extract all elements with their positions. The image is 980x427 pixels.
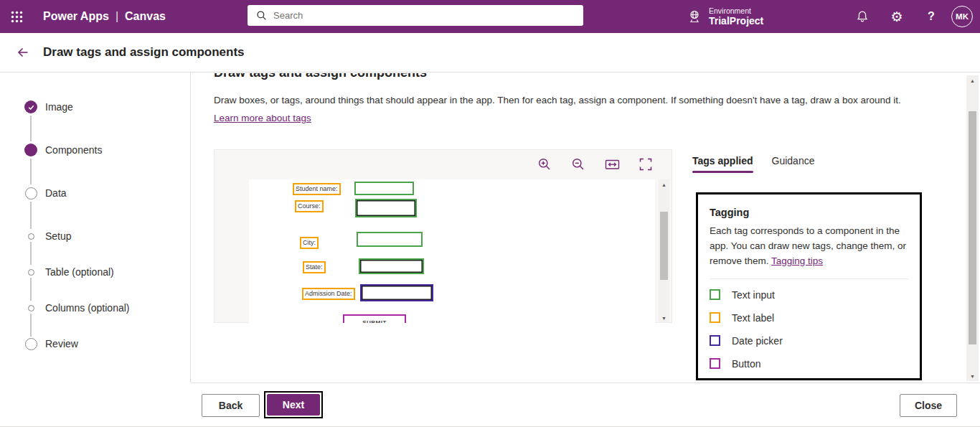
legend-item-date-picker: Date picker [710,329,908,352]
tab-tags-applied[interactable]: Tags applied [692,155,753,173]
step-complete-dot [24,100,37,113]
page-title: Draw tags and assign components [43,45,245,60]
text-input-tag[interactable] [354,182,414,195]
back-arrow-icon [16,45,30,60]
title-separator: | [109,10,125,22]
panel-divider [710,278,908,279]
step-upcoming-dot [25,187,37,200]
date-picker-tag[interactable] [360,284,433,301]
footer-divider [191,383,980,383]
scroll-down-icon[interactable]: ▼ [966,371,979,381]
environment-label: Environment [709,6,763,15]
wizard-footer: Back Next Close [0,383,980,426]
text-input-tag[interactable] [355,199,417,217]
button-tag[interactable]: SUBMIT [343,314,406,323]
power-apps-window: Power Apps|Canvas Environment TrialProje… [0,0,980,427]
sidebar-step-columns[interactable]: Columns (optional) [24,301,130,314]
next-button[interactable]: Next [267,394,320,416]
step-upcoming-dot [28,269,34,276]
legend-item-button: Button [710,352,908,375]
text-label-tag[interactable]: Admission Date: [302,288,355,300]
scroll-up-icon[interactable]: ▲ [966,75,979,85]
legend-item-text-input: Text input [710,283,908,306]
search-icon [256,10,267,21]
fit-screen-icon[interactable] [638,156,654,172]
next-button-focus-ring: Next [264,391,323,418]
sidebar-step-table[interactable]: Table (optional) [24,266,114,278]
check-icon [27,103,35,111]
text-label-tag[interactable]: Student name: [293,183,341,195]
tagged-form-image[interactable]: Student name: Course: City: State: Admis… [249,179,655,323]
scroll-up-icon[interactable]: ▲ [659,179,669,189]
text-label-swatch [710,312,720,323]
back-button[interactable]: Back [202,394,260,417]
zoom-in-icon[interactable] [537,156,552,172]
close-button[interactable]: Close [900,394,957,417]
right-panel-tabs: Tags applied Guidance [692,155,814,173]
tab-guidance[interactable]: Guidance [772,155,815,173]
help-button[interactable]: ? [914,0,948,33]
page-header: Draw tags and assign components [0,33,980,72]
scroll-down-icon[interactable]: ▼ [659,313,669,323]
preview-scrollbar[interactable]: ▲ ▼ [659,179,669,323]
tagging-panel: Tagging Each tag corresponds to a compon… [696,192,922,380]
notifications-button[interactable] [845,0,880,33]
bell-icon [856,10,869,23]
learn-more-link[interactable]: Learn more about tags [214,113,311,123]
step-upcoming-dot [28,233,34,240]
text-label-tag[interactable]: Course: [295,200,324,212]
back-arrow-button[interactable] [11,41,34,64]
waffle-icon[interactable] [0,0,33,33]
tagging-title: Tagging [710,207,908,218]
image-preview-panel: Student name: Course: City: State: Admis… [214,149,672,323]
content-heading: Draw tags and assign components [214,73,427,80]
settings-button[interactable]: ⚙ [880,0,914,33]
sidebar-step-setup[interactable]: Setup [24,230,72,243]
global-search[interactable] [248,5,583,26]
step-current-dot [24,144,37,156]
help-icon: ? [928,10,935,23]
text-input-tag[interactable] [357,232,423,247]
gear-icon: ⚙ [890,10,903,24]
content-description: Draw boxes, or tags, around things that … [214,95,942,105]
environment-globe-icon [687,9,702,24]
text-label-tag[interactable]: State: [303,261,326,273]
text-label-tag[interactable]: City: [300,237,319,249]
app-title[interactable]: Power Apps|Canvas [43,10,166,23]
step-upcoming-dot [28,305,34,311]
environment-picker[interactable]: Environment TrialProject [680,0,771,33]
button-swatch [710,358,720,369]
fit-width-icon[interactable] [604,156,620,172]
tagging-body: Each tag corresponds to a component in t… [710,224,908,269]
step-upcoming-dot [25,338,37,350]
date-picker-swatch [710,335,720,346]
sidebar-step-components[interactable]: Components [24,144,102,156]
content-scrollbar-thumb[interactable] [969,111,976,344]
top-app-bar: Power Apps|Canvas Environment TrialProje… [0,0,980,33]
text-input-swatch [710,289,720,300]
text-input-tag[interactable] [359,258,424,274]
legend-item-text-label: Text label [710,306,908,329]
tagging-tips-link[interactable]: Tagging tips [771,255,823,266]
wizard-steps-sidebar: Image Components Data Setup Table (optio… [0,73,191,383]
zoom-out-icon[interactable] [570,156,586,172]
main-content: Draw tags and assign components Draw box… [191,73,980,383]
sidebar-step-review[interactable]: Review [24,337,78,350]
sidebar-step-data[interactable]: Data [24,187,67,200]
avatar[interactable]: MK [951,6,973,27]
environment-name: TrialProject [709,15,763,27]
preview-toolbar [215,150,672,179]
content-scrollbar[interactable]: ▲ ▼ [966,75,979,381]
search-input[interactable] [273,10,546,21]
sidebar-step-image[interactable]: Image [24,100,73,113]
preview-scrollbar-thumb[interactable] [660,212,668,280]
